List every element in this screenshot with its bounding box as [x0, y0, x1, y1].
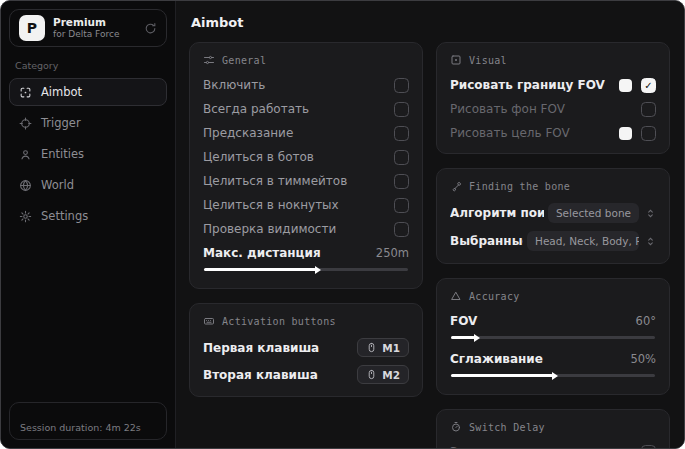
activation-buttons-card: Activation buttons Первая клавиша M1 [189, 303, 423, 397]
tune-icon [203, 54, 215, 66]
slider-label-row: Сглаживание 50% [450, 351, 656, 367]
checkbox[interactable] [641, 126, 656, 141]
checkbox[interactable] [394, 222, 409, 237]
card-title-text: Accuracy [469, 291, 520, 302]
switch-delay-card-header: Switch Delay [450, 421, 656, 433]
visual-row: Рисовать границу FOV [450, 77, 656, 93]
visual-card-header: Visual [450, 54, 656, 66]
crosshair-icon [19, 117, 32, 130]
checkbox[interactable] [394, 150, 409, 165]
sidebar-item-aimbot[interactable]: Aimbot [9, 78, 167, 106]
general-card-header: General [203, 54, 409, 66]
toggle-row: Целиться в тиммейтов [203, 173, 409, 189]
dropdown-row: Выбранные кос Head, Neck, Body, Pe... [450, 231, 656, 251]
checkbox[interactable] [394, 174, 409, 189]
toggle-row: Всегда работать [203, 101, 409, 117]
keyboard-icon [203, 315, 215, 327]
checkbox[interactable] [394, 102, 409, 117]
keybind-button-m2[interactable]: M2 [357, 365, 409, 384]
bone-card-header: Finding the bone [450, 180, 656, 192]
dropdown-row: Алгоритм поиска кост Selected bone [450, 203, 656, 223]
color-swatch[interactable] [619, 79, 632, 92]
smoothing-slider[interactable] [451, 374, 655, 377]
finding-bone-card: Finding the bone Алгоритм поиска кост Se… [436, 168, 670, 264]
keybind-key: M1 [382, 342, 400, 354]
premium-subtitle: for Delta Force [53, 29, 119, 40]
keybind-label: Вторая клавиша [203, 368, 318, 382]
left-column: General Включить Всегда работать Предска… [189, 42, 423, 397]
dropdown-value: Head, Neck, Body, Pe... [535, 235, 639, 247]
chevrons-up-down-icon[interactable] [645, 236, 656, 247]
chevrons-up-down-icon[interactable] [645, 208, 656, 219]
dropdown-label: Выбранные кос [450, 234, 523, 248]
sidebar-item-world[interactable]: World [9, 171, 167, 199]
selected-bones-dropdown[interactable]: Head, Neck, Body, Pe... [527, 231, 639, 251]
dropdown-label: Алгоритм поиска кост [450, 206, 544, 220]
toggle-label: Предсказание [203, 126, 293, 140]
scan-crosshair-icon [19, 86, 32, 99]
visual-row: Рисовать цель FOV [450, 125, 656, 141]
bone-icon [450, 180, 462, 192]
sidebar-item-label: World [41, 178, 74, 192]
content-columns: General Включить Всегда работать Предска… [189, 42, 670, 448]
general-card: General Включить Всегда работать Предска… [189, 42, 423, 289]
toggle-row: Целиться в ботов [203, 149, 409, 165]
app-window: P Premium for Delta Force Category [0, 0, 685, 449]
category-label: Category [15, 60, 161, 71]
visual-label: Рисовать фон FOV [450, 102, 565, 116]
sidebar-item-settings[interactable]: Settings [9, 202, 167, 230]
max-distance-slider[interactable] [204, 268, 408, 271]
switch-delay-card: Switch Delay Задержка переключения Задер… [436, 409, 670, 448]
slider-label-row: FOV 60° [450, 313, 656, 329]
session-duration-box: Session duration: 4m 22s [9, 402, 167, 440]
toggle-label: Включить [203, 78, 265, 92]
dropdown-value: Selected bone [556, 207, 631, 219]
logo-letter: P [27, 20, 37, 36]
visual-controls [619, 126, 656, 141]
checkbox[interactable] [641, 445, 656, 449]
keybind-row: Первая клавиша M1 [203, 338, 409, 357]
fov-slider[interactable] [451, 336, 655, 339]
mouse-icon [366, 369, 377, 380]
app-logo: P [19, 15, 45, 41]
card-title-text: General [222, 55, 266, 66]
accuracy-card: Accuracy FOV 60° Сглаживание 50% [436, 278, 670, 395]
slider-label-row: Макс. дистанция 250m [203, 245, 409, 261]
checkbox[interactable] [394, 198, 409, 213]
toggle-label: Целиться в тиммейтов [203, 174, 347, 188]
premium-title: Premium [53, 16, 119, 29]
checkbox[interactable] [394, 78, 409, 93]
main-panel: Aimbot General Включить [176, 1, 684, 448]
color-swatch[interactable] [619, 127, 632, 140]
right-column: Visual Рисовать границу FOV Рисовать фон… [436, 42, 670, 448]
visual-card: Visual Рисовать границу FOV Рисовать фон… [436, 42, 670, 154]
toggle-label: Всегда работать [203, 102, 309, 116]
visual-controls [641, 102, 656, 117]
sidebar-item-trigger[interactable]: Trigger [9, 109, 167, 137]
sidebar-item-entities[interactable]: Entities [9, 140, 167, 168]
slider-fill [451, 374, 553, 377]
mouse-icon [366, 342, 377, 353]
card-title-text: Activation buttons [222, 316, 336, 327]
toggle-row: Проверка видимости [203, 221, 409, 237]
toggle-row: Включить [203, 77, 409, 93]
checkbox[interactable] [641, 78, 656, 93]
person-icon [19, 148, 32, 161]
card-title-text: Switch Delay [469, 422, 545, 433]
checkbox[interactable] [394, 126, 409, 141]
toggle-row: Задержка переключения [450, 444, 656, 448]
keybind-key: M2 [382, 369, 400, 381]
toggle-label: Проверка видимости [203, 222, 336, 236]
timer-icon [450, 421, 462, 433]
keybind-button-m1[interactable]: M1 [357, 338, 409, 357]
visual-controls [619, 78, 656, 93]
toggle-row: Целиться в нокнутых [203, 197, 409, 213]
slider-label: Сглаживание [450, 352, 543, 366]
sidebar-item-label: Trigger [41, 116, 81, 130]
bone-algorithm-dropdown[interactable]: Selected bone [548, 203, 639, 223]
toggle-row: Предсказание [203, 125, 409, 141]
page-title: Aimbot [191, 15, 668, 30]
card-title-text: Visual [469, 55, 507, 66]
sync-icon[interactable] [144, 22, 157, 35]
checkbox[interactable] [641, 102, 656, 117]
